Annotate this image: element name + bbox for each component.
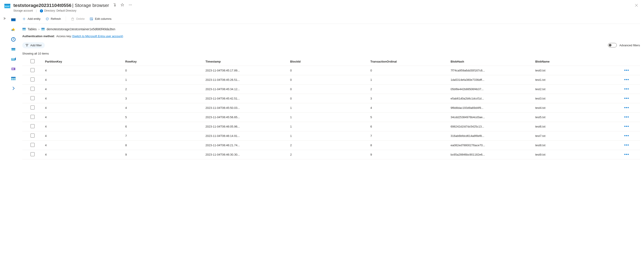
page-title: teststorage20231104t0556 | Storage brows…: [13, 3, 109, 8]
pin-icon[interactable]: [112, 2, 117, 8]
edit-columns-button[interactable]: Edit columns: [90, 17, 112, 21]
svg-rect-2: [5, 6, 6, 7]
cell-rowkey: 6: [123, 122, 203, 131]
cell-blockid: 0: [288, 75, 368, 84]
table-row[interactable]: 402023-11-04T06:45:17.89...007f74ca959a6…: [22, 66, 640, 75]
close-button[interactable]: [633, 2, 640, 9]
cell-rowkey: 1: [123, 75, 203, 84]
cell-partitionkey: 4: [43, 75, 123, 84]
cell-partitionkey: 4: [43, 150, 123, 159]
table-row[interactable]: 412023-11-04T06:45:26.51...011da5314efa3…: [22, 75, 640, 84]
table-row[interactable]: 432023-11-04T06:45:42.51...03e5ab61d0a2b…: [22, 94, 640, 103]
table-row[interactable]: 472023-11-04T06:46:14.91...17316ab6bfdcd…: [22, 131, 640, 140]
favorite-icon[interactable]: [120, 2, 125, 8]
cell-transactionordinal: 1: [368, 75, 448, 84]
column-header-rowkey[interactable]: RowKey: [123, 57, 203, 66]
svg-rect-17: [11, 58, 15, 60]
row-context-menu[interactable]: •••: [624, 77, 629, 82]
cell-partitionkey: 4: [43, 103, 123, 112]
table-row[interactable]: 442023-11-04T06:45:50.03...149f8d8dac193…: [22, 103, 640, 112]
cell-partitionkey: 4: [43, 140, 123, 150]
row-context-menu[interactable]: •••: [624, 96, 629, 101]
row-context-menu[interactable]: •••: [624, 134, 629, 138]
svg-rect-41: [42, 28, 44, 28]
table-row[interactable]: 422023-11-04T06:45:34.12...0205bf8e442b8…: [22, 84, 640, 94]
column-header-timestamp[interactable]: Timestamp: [203, 57, 288, 66]
cell-blobname: test3.txt: [533, 94, 613, 103]
cell-timestamp: 2023-11-04T06:45:17.89...: [203, 66, 288, 75]
svg-point-7: [131, 5, 132, 5]
rail-containers-icon[interactable]: [11, 47, 16, 52]
row-checkbox[interactable]: [30, 105, 34, 109]
cell-blobname: test5.txt: [533, 112, 613, 122]
cell-partitionkey: 4: [43, 112, 123, 122]
row-checkbox[interactable]: [30, 96, 34, 100]
cell-timestamp: 2023-11-04T06:45:50.03...: [203, 103, 288, 112]
table-row[interactable]: 452023-11-04T06:45:56.65...1534cdd253849…: [22, 112, 640, 122]
row-checkbox[interactable]: [30, 68, 34, 72]
cell-transactionordinal: 4: [368, 103, 448, 112]
rail-fileshares-icon[interactable]: [11, 56, 16, 61]
cell-blockid: 1: [288, 131, 368, 140]
cell-timestamp: 2023-11-04T06:45:34.12...: [203, 84, 288, 94]
row-checkbox[interactable]: [30, 77, 34, 81]
row-checkbox[interactable]: [30, 115, 34, 119]
row-checkbox[interactable]: [30, 87, 34, 91]
row-context-menu[interactable]: •••: [624, 124, 629, 129]
section-title: Storage browser: [75, 3, 109, 8]
breadcrumb-tables[interactable]: Tables: [28, 27, 36, 31]
info-icon: i: [40, 9, 43, 12]
more-icon[interactable]: [128, 2, 133, 8]
row-checkbox[interactable]: [30, 143, 34, 147]
switch-auth-link[interactable]: (Switch to Microsoft Entra user account): [72, 34, 123, 38]
column-header-blobhash[interactable]: BlobHash: [448, 57, 533, 66]
advanced-filters-label: Advanced filters: [620, 44, 640, 47]
cell-blobname: test4.txt: [533, 103, 613, 112]
cell-blobname: test7.txt: [533, 131, 613, 140]
cell-transactionordinal: 2: [368, 84, 448, 94]
table-row[interactable]: 482023-11-04T06:46:21.74...28ea082ed7880…: [22, 140, 640, 150]
cell-blockid: 0: [288, 94, 368, 103]
rail-overview-icon[interactable]: [11, 17, 16, 22]
column-header-blobname[interactable]: BlobName: [533, 57, 613, 66]
column-header-blockid[interactable]: BlockId: [288, 57, 368, 66]
rail-recent-icon[interactable]: [11, 37, 16, 42]
select-all-checkbox[interactable]: [30, 59, 34, 63]
svg-rect-23: [11, 77, 16, 78]
row-context-menu[interactable]: •••: [624, 143, 629, 147]
add-filter-button[interactable]: Add filter: [22, 42, 45, 48]
entities-table: PartitionKey RowKey Timestamp BlockId Tr…: [22, 57, 640, 159]
page-header: teststorage20231104t0556 | Storage brows…: [0, 0, 644, 14]
row-context-menu[interactable]: •••: [624, 68, 629, 72]
cell-blobname: test0.txt: [533, 66, 613, 75]
expand-rail-button[interactable]: [0, 14, 8, 280]
rail-queues-icon[interactable]: [11, 66, 16, 71]
row-context-menu[interactable]: •••: [624, 152, 629, 157]
row-context-menu[interactable]: •••: [624, 115, 629, 119]
resource-type-label: Storage account: [13, 9, 33, 12]
table-row[interactable]: 462023-11-04T06:46:05.96...16698242d1fd7…: [22, 122, 640, 131]
rail-tables-icon[interactable]: [11, 76, 16, 81]
svg-point-14: [13, 39, 14, 40]
advanced-filters-toggle[interactable]: [608, 43, 617, 47]
row-context-menu[interactable]: •••: [624, 105, 629, 110]
row-checkbox[interactable]: [30, 124, 34, 128]
cell-partitionkey: 4: [43, 94, 123, 103]
table-icon: [22, 27, 26, 31]
cell-blockid: 1: [288, 122, 368, 131]
table-row[interactable]: 492023-11-04T06:46:30.30...29bc65a28846b…: [22, 150, 640, 159]
column-header-partitionkey[interactable]: PartitionKey: [43, 57, 123, 66]
rail-favorites-icon[interactable]: [11, 27, 16, 32]
add-entity-button[interactable]: Add entity: [22, 17, 40, 21]
cell-blobhash: 7f74ca959a6dd30f167c6...: [448, 66, 533, 75]
row-checkbox[interactable]: [30, 134, 34, 138]
row-checkbox[interactable]: [30, 152, 34, 156]
row-context-menu[interactable]: •••: [624, 87, 629, 91]
delete-button: Delete: [71, 17, 85, 21]
nav-rail: [8, 14, 18, 280]
refresh-button[interactable]: Refresh: [46, 17, 61, 21]
rail-expand-chevron[interactable]: [11, 86, 16, 91]
column-header-transactionordinal[interactable]: TransactionOrdinal: [368, 57, 448, 66]
cell-partitionkey: 4: [43, 66, 123, 75]
cell-blobhash: 1da5314efa380e7336dff...: [448, 75, 533, 84]
